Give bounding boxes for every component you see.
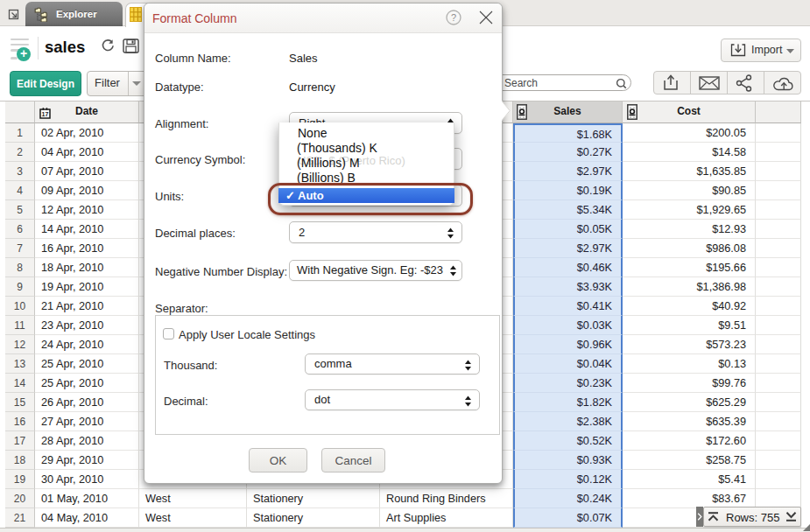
- svg-text:?: ?: [451, 12, 456, 23]
- svg-text:17: 17: [42, 111, 49, 117]
